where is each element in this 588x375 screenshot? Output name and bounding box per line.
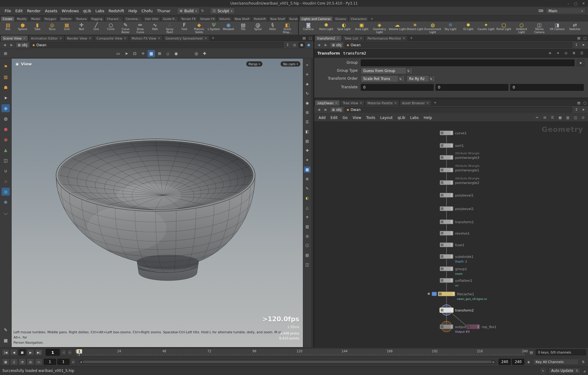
translate-x-field[interactable]: 0	[361, 84, 434, 91]
key-icon[interactable]: ◈	[526, 359, 532, 365]
network-menu-tools[interactable]: Tools	[364, 116, 378, 120]
network-node-transform1[interactable]: transform1	[440, 220, 474, 224]
info-icon[interactable]: ⓘ	[304, 243, 311, 249]
network-node-polybevel2[interactable]: polybevel2	[440, 206, 473, 211]
close-tab-icon[interactable]: ×	[426, 101, 429, 105]
pane-grid-icon[interactable]: ⊞	[2, 50, 9, 57]
playback-option-icon-4[interactable]: ▭	[35, 358, 43, 365]
shelf-tool-quick-shap[interactable]: ◧Quick Shap...	[280, 22, 295, 34]
shelf-tool-draw-curve[interactable]: ✏Draw Curve	[133, 22, 148, 34]
window-maximize-button[interactable]: ▢	[574, 2, 577, 6]
keys-panel-icon[interactable]: ▤	[528, 350, 534, 355]
pane-maximize-icon[interactable]: ▢	[307, 35, 313, 41]
network-node-polybevel1[interactable]: polybevel1	[440, 193, 473, 197]
menu-windows[interactable]: Windows	[59, 7, 81, 15]
parameter-toolbar-icon-1[interactable]: ✦	[555, 51, 561, 56]
tab-render-view[interactable]: Render View×	[65, 35, 94, 41]
network-menu-edit[interactable]: Edit	[328, 116, 340, 120]
transport-play-button[interactable]: ▶	[27, 349, 34, 356]
close-tab-icon[interactable]: ×	[204, 36, 207, 40]
network-node-pointwrangle1[interactable]: Attribute Wranglepointwrangle1	[440, 164, 480, 172]
network-node-transform2[interactable]: transform2	[440, 308, 474, 312]
network-toolbar-icon-2[interactable]: ☰	[549, 115, 556, 121]
network-toolbar-icon-4[interactable]: ▥	[565, 115, 571, 121]
shelf-tool-spray-paint[interactable]: ∴Spray Paint	[162, 22, 177, 34]
pane-maximize-icon[interactable]: ▢	[582, 100, 588, 105]
parameter-toolbar-icon-3[interactable]: ⚙	[571, 51, 577, 56]
close-tab-icon[interactable]: ×	[360, 101, 362, 105]
close-tab-icon[interactable]: ×	[89, 36, 91, 40]
network-node-uvflatten1[interactable]: uvflatten1uv	[440, 278, 473, 287]
shelf-tool-l-system[interactable]: ΨL-System	[206, 22, 221, 34]
shelf-tab-terrain-fx[interactable]: Terrain FX	[179, 16, 198, 21]
network-menu-labs[interactable]: Labs	[408, 116, 421, 120]
playback-range-slider[interactable]: ◀ ▶	[79, 360, 496, 364]
global-start-field[interactable]: 1	[44, 359, 56, 365]
network-node-pointwrangle3[interactable]: Attribute Wranglepointwrangle3	[440, 152, 480, 160]
tab-performance-monitor[interactable]: Performance Monitor×	[365, 35, 408, 41]
nav-forward-icon[interactable]: ▶	[323, 107, 329, 113]
pin-pane-icon[interactable]: ↧	[285, 42, 291, 48]
shelf-tab-lights-and-cameras[interactable]: Lights and Cameras	[300, 16, 333, 21]
tree-tool-icon[interactable]: ▲	[2, 146, 10, 154]
view-tool-icon[interactable]: ◉	[172, 50, 180, 57]
shelf-tool-caustic-light[interactable]: ✦Caustic Light	[477, 22, 495, 34]
tab-geometry-spreadsheet[interactable]: Geometry Spreadsheet×	[163, 35, 209, 41]
transport-step-back-button[interactable]: ◀	[10, 349, 18, 356]
group-type-dropdown[interactable]: Guess from Group ⇅	[361, 67, 412, 74]
new-tab-button[interactable]: +	[408, 36, 415, 41]
playback-start-field[interactable]: 1	[57, 359, 70, 365]
path-field[interactable]: ◆ Owan	[345, 107, 572, 113]
flag-tool-icon[interactable]: ⚑	[2, 63, 10, 71]
shelf-tab-texture[interactable]: Texture	[74, 16, 89, 21]
move-tool-icon[interactable]: ✛	[139, 50, 147, 57]
reset-view-icon[interactable]: ↻	[304, 90, 311, 97]
shelf-tool-line[interactable]: ╱Line	[89, 22, 104, 34]
shelf-tool-camera[interactable]: ◙Camera	[300, 22, 317, 34]
select-tool-icon[interactable]: ➤	[2, 94, 10, 102]
nav-back-icon[interactable]: ◀	[2, 42, 8, 48]
playback-option-icon-2[interactable]: ◔	[18, 358, 26, 365]
crate-tool-icon[interactable]: ▥	[2, 73, 10, 81]
network-node-group1[interactable]: group1seam	[440, 266, 467, 275]
network-node-sort1[interactable]: sort1	[440, 143, 464, 148]
sculpt-mode-dropdown[interactable]: ☷ Sculpt ▾	[210, 8, 235, 14]
close-tab-icon[interactable]: ×	[59, 36, 62, 40]
perspective-dropdown[interactable]: Persp ▾	[246, 61, 262, 67]
shelf-tool-sky-light[interactable]: ☼Sky Light	[442, 22, 459, 34]
shelf-tab-model[interactable]: Model	[29, 16, 42, 21]
spinner-icon[interactable]: ⇅	[406, 68, 411, 74]
shelf-tool-helix[interactable]: §Helix	[265, 22, 280, 34]
network-node-pointwrangle2[interactable]: Attribute Wranglepointwrangle2	[440, 177, 480, 185]
home-view-icon[interactable]: ⌖	[304, 62, 311, 68]
shelf-tab-redshift[interactable]: Redshift	[252, 16, 268, 21]
shelf-tool-switcher[interactable]: ⇄Switcher	[566, 22, 584, 34]
shelf-tab-new-shelf[interactable]: New Shelf	[268, 16, 287, 21]
close-tab-icon[interactable]: ×	[335, 101, 337, 105]
context-chip-obj[interactable]: ▦ obj	[16, 42, 29, 48]
shelf-tool-metaball[interactable]: ◉Metaball	[221, 22, 236, 34]
network-menu-go[interactable]: Go	[340, 116, 350, 120]
substep-back-icon[interactable]: ◁	[61, 349, 66, 355]
menu-thunar[interactable]: Thunar	[155, 7, 172, 15]
snap-grid-icon[interactable]: ⊞	[156, 50, 163, 57]
select-arrow-icon[interactable]: ➤	[123, 50, 130, 57]
panel-icon[interactable]: ▤	[304, 138, 311, 144]
follow-selection-icon[interactable]: ◎	[292, 42, 298, 48]
shelf-tab-oceans[interactable]: Oceans	[333, 16, 348, 21]
tab-asset-browser[interactable]: Asset Browser×	[400, 100, 432, 105]
network-menu-help[interactable]: Help	[421, 116, 434, 120]
shelf-tab-polygon[interactable]: Polygon	[43, 16, 58, 21]
playback-option-icon-3[interactable]: ◎	[27, 358, 34, 365]
tab-animation-editor[interactable]: Animation Editor×	[28, 35, 64, 41]
shelf-tool-sphere[interactable]: ●Sphere	[15, 22, 30, 34]
add-shelf-tab-button[interactable]: +	[369, 17, 375, 21]
normals-icon[interactable]: △	[304, 205, 311, 211]
shelf-tool-path[interactable]: ∿Path	[148, 22, 162, 34]
shelf-tool-portal-light[interactable]: ▢Portal Light	[495, 22, 513, 34]
tab-scene-view[interactable]: Scene View×	[1, 35, 28, 41]
draw-icon[interactable]: ✎	[304, 186, 311, 192]
transform-order-dropdown[interactable]: Scale Rot Trans ⇅	[361, 75, 404, 82]
shelf-tool-tube[interactable]: ▮Tube	[30, 22, 45, 34]
shelf-tab-new-shelf[interactable]: New Shelf	[232, 16, 251, 21]
